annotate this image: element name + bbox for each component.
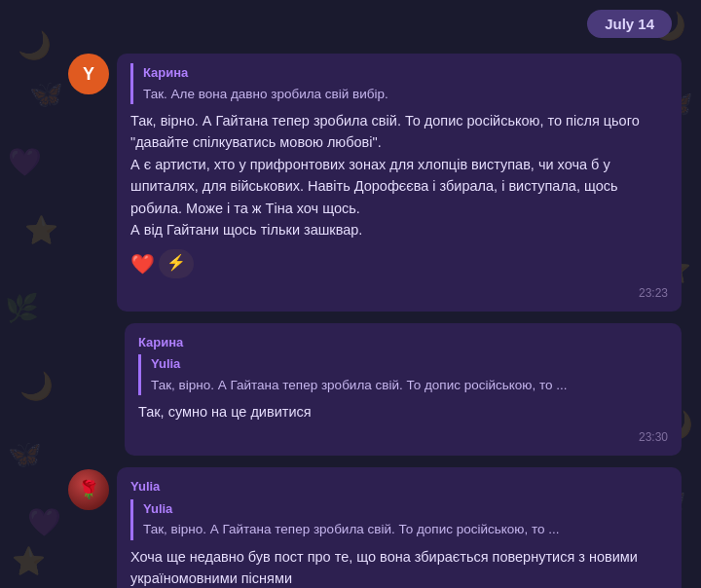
- quote-author: Карина: [143, 63, 668, 83]
- emoji-zap: ⚡: [159, 249, 194, 278]
- message-bubble: Карина Так. Але вона давно зробила свій …: [117, 54, 682, 312]
- date-badge: July 14: [587, 10, 672, 38]
- message-item: Y Карина Так. Але вона давно зробила сві…: [68, 54, 691, 312]
- emoji-row: ❤️ ⚡: [130, 249, 668, 278]
- avatar: Y: [68, 54, 109, 94]
- quote-author: Yulia: [151, 354, 668, 374]
- chat-container: July 14 Y Карина Так. Але вона давно зро…: [0, 0, 701, 588]
- sender-name: Карина: [138, 333, 668, 352]
- message-item: 🌹 Yulia Yulia Так, вірно. А Гайтана тепе…: [68, 467, 691, 588]
- quote-block: Yulia Так, вірно. А Гайтана тепер зробил…: [130, 499, 668, 540]
- avatar: 🌹: [68, 469, 109, 510]
- message-bubble: Карина Yulia Так, вірно. А Гайтана тепер…: [125, 323, 682, 457]
- message-time: 23:30: [138, 428, 668, 446]
- message-text: Так, вірно. А Гайтана тепер зробила свій…: [130, 110, 668, 241]
- quote-block: Yulia Так, вірно. А Гайтана тепер зробил…: [138, 354, 668, 395]
- message-bubble: Yulia Yulia Так, вірно. А Гайтана тепер …: [117, 467, 682, 588]
- message-text: Так, сумно на це дивитися: [138, 401, 668, 423]
- message-item: Карина Yulia Так, вірно. А Гайтана тепер…: [68, 323, 691, 457]
- quote-text: Так. Але вона давно зробила свій вибір.: [143, 85, 668, 104]
- emoji-heart: ❤️: [130, 249, 155, 278]
- message-text: Хоча ще недавно був пост про те, що вона…: [130, 546, 668, 588]
- quote-text: Так, вірно. А Гайтана тепер зробила свій…: [143, 520, 668, 539]
- quote-author: Yulia: [143, 499, 668, 519]
- quote-text: Так, вірно. А Гайтана тепер зробила свій…: [151, 376, 668, 395]
- quote-block: Карина Так. Але вона давно зробила свій …: [130, 63, 668, 104]
- message-time: 23:23: [130, 284, 668, 302]
- sender-name: Yulia: [130, 477, 668, 496]
